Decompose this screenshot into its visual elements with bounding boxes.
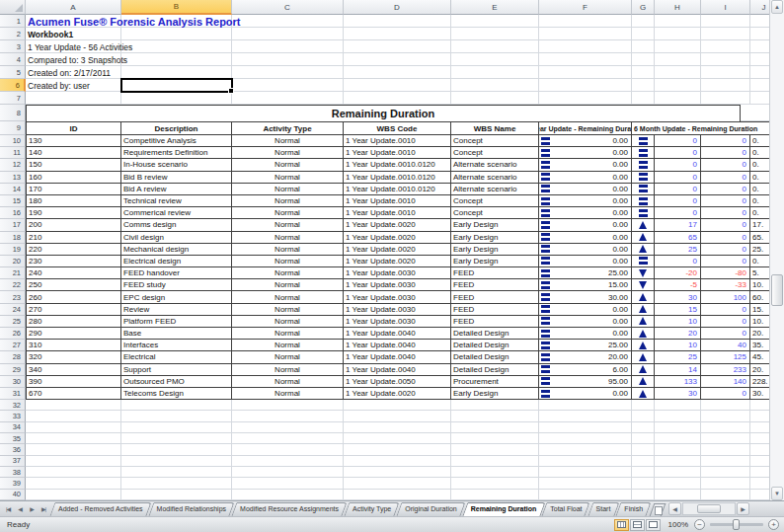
cell[interactable] [232, 53, 344, 66]
cell[interactable] [451, 66, 539, 79]
cell[interactable] [539, 411, 632, 421]
cell-year-update[interactable]: 25.00 [539, 340, 632, 351]
cell[interactable] [26, 92, 121, 105]
cell[interactable] [451, 456, 539, 467]
cell-wbs-name[interactable]: FEED [451, 279, 539, 291]
sheet-tab[interactable]: Added - Removed Activities [51, 501, 150, 516]
row-number[interactable]: 13 [0, 172, 26, 184]
cell-wbs-code[interactable]: 1 Year Update.0010 [344, 135, 451, 147]
cell-id[interactable]: 130 [26, 135, 121, 147]
header-wbs-code[interactable]: WBS Code [344, 121, 451, 135]
cell-description[interactable]: In-House scenario [121, 159, 232, 171]
cell-description[interactable]: Electrical design [121, 256, 232, 267]
cell-activity-type[interactable]: Normal [232, 304, 344, 316]
cell-trend[interactable] [632, 364, 655, 376]
cell[interactable] [750, 53, 769, 66]
cell[interactable] [26, 400, 121, 411]
cell-wbs-code[interactable]: 1 Year Update.0010.0120 [344, 184, 451, 195]
cell-six-month-value[interactable]: 0. [750, 172, 769, 184]
cell-wbs-name[interactable]: FEED [451, 267, 539, 279]
cell-year-update[interactable]: 0.00 [539, 195, 632, 207]
cell-activity-type[interactable]: Normal [232, 316, 344, 328]
cell-description[interactable]: Mechanical design [121, 244, 232, 256]
header-six-month-update[interactable]: 6 Month Update - Remaining Duration [632, 121, 769, 135]
row-number[interactable]: 4 [0, 53, 26, 66]
zoom-out-button[interactable]: − [694, 519, 705, 530]
cell[interactable] [26, 444, 121, 455]
cell-six-month-delta[interactable]: 0 [655, 172, 701, 184]
row-number[interactable]: 6 [0, 79, 26, 92]
row-number[interactable]: 24 [0, 304, 26, 316]
cell-year-update[interactable]: 25.00 [539, 267, 632, 279]
cell-id[interactable]: 190 [26, 207, 121, 219]
sheet-tab[interactable]: Modified Relationships [150, 501, 233, 516]
cell-activity-type[interactable]: Normal [232, 267, 344, 279]
cell-wbs-name[interactable]: Detailed Design [451, 340, 539, 351]
insert-worksheet-tab[interactable] [650, 502, 666, 516]
cell-description[interactable]: Outsourced PMO [121, 376, 232, 388]
cell-six-month-percent[interactable]: 0 [701, 195, 750, 207]
cell[interactable] [539, 490, 632, 500]
column-header-i[interactable]: I [701, 0, 750, 15]
cell-id[interactable]: 230 [26, 256, 121, 267]
sheet-tab[interactable]: Finish [617, 501, 650, 516]
cell-year-update[interactable]: 95.00 [539, 376, 632, 388]
cell[interactable] [701, 66, 750, 79]
cell[interactable] [632, 28, 655, 40]
cell[interactable] [750, 478, 769, 489]
row-number[interactable]: 7 [0, 92, 26, 105]
cell-wbs-name[interactable]: Early Design [451, 256, 539, 267]
cell[interactable] [701, 478, 750, 489]
horizontal-scroll-thumb[interactable] [697, 504, 721, 513]
cell[interactable] [232, 478, 344, 489]
cell-id[interactable]: 270 [26, 304, 121, 316]
cell[interactable] [632, 444, 655, 455]
cell-wbs-code[interactable]: 1 Year Update.0020 [344, 388, 451, 400]
cell[interactable] [344, 28, 451, 40]
cell[interactable] [539, 400, 632, 411]
cell-wbs-code[interactable]: 1 Year Update.0030 [344, 304, 451, 316]
row-number[interactable]: 36 [0, 444, 26, 455]
cell[interactable] [121, 490, 232, 500]
cell[interactable] [451, 467, 539, 478]
cell[interactable] [655, 456, 701, 467]
cell[interactable] [750, 444, 769, 455]
first-sheet-icon[interactable]: |◀ [2, 503, 14, 515]
cell[interactable] [26, 433, 121, 444]
cell[interactable] [121, 40, 232, 53]
cell-description[interactable]: Commerical review [121, 207, 232, 219]
cell[interactable] [232, 28, 344, 40]
cell-year-update[interactable]: 0.00 [539, 172, 632, 184]
cell[interactable] [539, 478, 632, 489]
cell[interactable] [701, 490, 750, 500]
cell-six-month-percent[interactable]: 40 [701, 340, 750, 351]
cell[interactable] [750, 411, 769, 421]
cell-six-month-delta[interactable]: -20 [655, 267, 701, 279]
cell-trend[interactable] [632, 135, 655, 147]
cell[interactable] [750, 490, 769, 500]
cell[interactable] [701, 15, 750, 28]
zoom-level[interactable]: 100% [668, 520, 688, 529]
cell-id[interactable]: 160 [26, 172, 121, 184]
cell[interactable] [655, 433, 701, 444]
cell-description[interactable]: FEED handover [121, 267, 232, 279]
cell[interactable] [26, 478, 121, 489]
row-number[interactable]: 25 [0, 316, 26, 328]
cell[interactable] [655, 478, 701, 489]
cell[interactable] [451, 92, 539, 105]
cell-six-month-percent[interactable]: 0 [701, 256, 750, 267]
cell[interactable] [655, 92, 701, 105]
cell[interactable] [539, 467, 632, 478]
cell[interactable] [232, 92, 344, 105]
selected-cell-b6[interactable] [120, 78, 233, 93]
cell[interactable] [451, 53, 539, 66]
row-number[interactable]: 15 [0, 195, 26, 207]
cell-description[interactable]: Electrical [121, 351, 232, 363]
cell-wbs-name[interactable]: Concept [451, 207, 539, 219]
cell-description[interactable]: FEED study [121, 279, 232, 291]
cell-activity-type[interactable]: Normal [232, 279, 344, 291]
cell[interactable] [750, 28, 769, 40]
cell[interactable] [121, 411, 232, 421]
header-description[interactable]: Description [121, 121, 232, 135]
cell-six-month-percent[interactable]: 0 [701, 304, 750, 316]
